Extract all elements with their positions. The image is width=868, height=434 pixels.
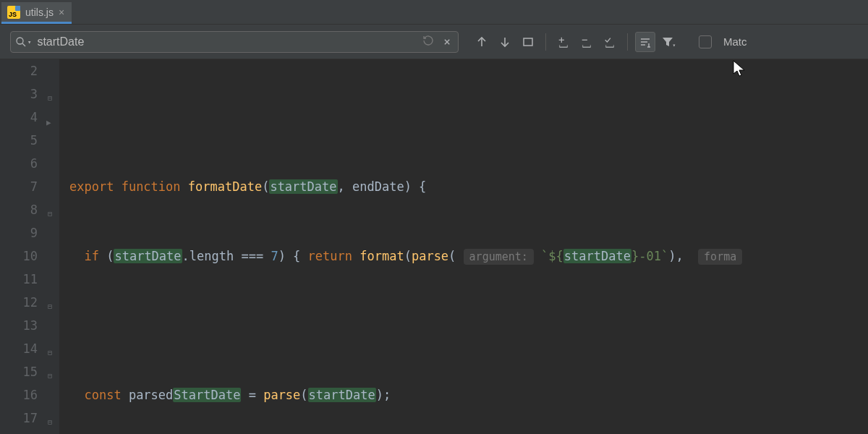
code-area[interactable]: export function formatDate(startDate, en… xyxy=(59,59,868,434)
fold-icon[interactable]: ⊟ xyxy=(48,87,52,110)
code-line: const parsedStartDate = parse(startDate)… xyxy=(59,383,868,407)
line-number: 16 xyxy=(0,383,38,407)
clear-search-icon[interactable]: × xyxy=(441,35,454,48)
search-input[interactable] xyxy=(37,35,416,48)
param-hint: forma xyxy=(698,249,742,265)
line-number: 5 xyxy=(0,129,38,152)
separator xyxy=(627,33,628,51)
js-file-icon xyxy=(7,6,20,19)
line-number: 13 xyxy=(0,314,38,337)
filter-button[interactable]: ▾ xyxy=(658,32,678,52)
select-occurrences-button[interactable] xyxy=(600,32,620,52)
line-number: 2 xyxy=(0,59,38,82)
svg-rect-4 xyxy=(524,38,532,46)
search-match: startDate xyxy=(308,388,376,402)
fold-icon[interactable]: ⊟ xyxy=(48,203,52,226)
code-line xyxy=(59,106,868,129)
svg-line-1 xyxy=(22,43,25,46)
fold-close-icon[interactable]: ⊟ xyxy=(48,341,52,365)
code-line: if (startDate.length === 7) { return for… xyxy=(59,244,868,268)
history-icon[interactable] xyxy=(422,34,435,50)
close-tab-icon[interactable]: × xyxy=(59,7,64,18)
code-editor[interactable]: 2 3 4 5 6 7 8 9 10 11 12 13 14 15 16 17 … xyxy=(0,59,868,434)
line-number: 4 xyxy=(0,106,38,129)
match-case-checkbox[interactable] xyxy=(699,35,712,48)
line-number: 14 xyxy=(0,337,38,360)
breakpoint-arrow-icon: ▶ xyxy=(46,111,51,135)
fold-icon[interactable]: ⊟ xyxy=(48,411,52,434)
line-number: 8 xyxy=(0,198,38,221)
fold-column: ⊟ ▶ ⊟ ⊟ ⊟ ⊟ ⊟ xyxy=(46,59,59,434)
line-number: 3 xyxy=(0,82,38,106)
param-hint: argument: xyxy=(464,249,534,265)
separator xyxy=(545,33,546,51)
search-icon: ▾ xyxy=(15,36,31,48)
line-number: 6 xyxy=(0,152,38,175)
line-number: 15 xyxy=(0,360,38,383)
select-all-button[interactable] xyxy=(518,32,538,52)
find-toolbar: ▾ × ▾ Matc xyxy=(0,25,868,59)
search-options-button[interactable] xyxy=(635,32,655,52)
line-number: 7 xyxy=(0,175,38,198)
next-match-button[interactable] xyxy=(495,32,515,52)
code-line xyxy=(59,314,868,337)
search-match: startDate xyxy=(114,249,182,263)
fold-icon[interactable]: ⊟ xyxy=(48,295,52,318)
file-tab[interactable]: utils.js × xyxy=(1,2,72,24)
line-number: 10 xyxy=(0,244,38,268)
code-line: export function formatDate(startDate, en… xyxy=(59,175,868,198)
prev-match-button[interactable] xyxy=(472,32,492,52)
search-match: StartDate xyxy=(173,388,241,402)
remove-selection-button[interactable] xyxy=(576,32,597,52)
line-number: 9 xyxy=(0,221,38,244)
search-match: startDate xyxy=(269,179,337,194)
tab-filename: utils.js xyxy=(25,7,54,18)
fold-close-icon[interactable]: ⊟ xyxy=(48,365,52,388)
line-number: 11 xyxy=(0,268,38,291)
svg-point-0 xyxy=(17,38,23,44)
search-box[interactable]: ▾ × xyxy=(10,31,459,53)
line-number: 12 xyxy=(0,291,38,314)
match-case-label: Matc xyxy=(723,35,747,48)
line-gutter: 2 3 4 5 6 7 8 9 10 11 12 13 14 15 16 17 xyxy=(0,59,46,434)
search-match: startDate xyxy=(563,249,631,263)
tab-bar: utils.js × xyxy=(0,0,868,25)
add-selection-button[interactable] xyxy=(553,32,574,52)
line-number: 17 xyxy=(0,407,38,430)
